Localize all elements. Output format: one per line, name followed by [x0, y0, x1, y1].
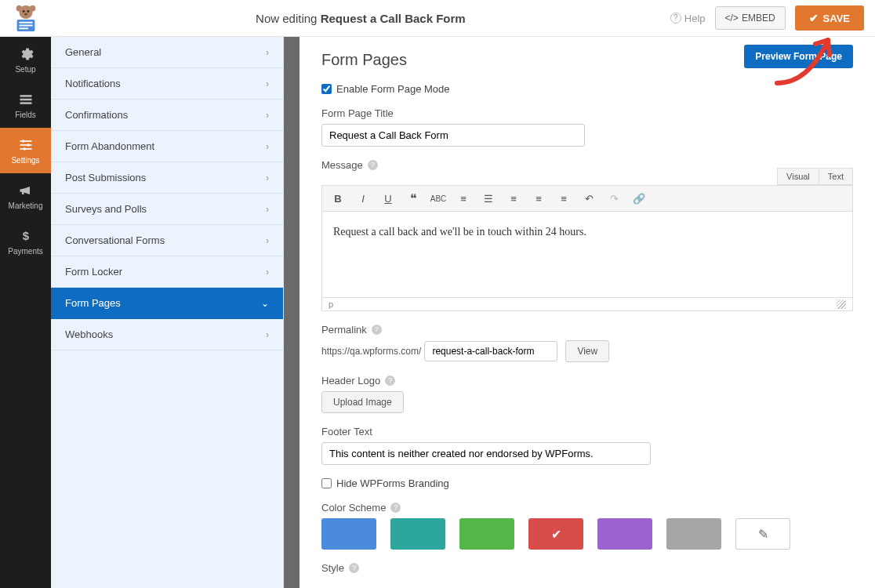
svg-point-3 [22, 10, 24, 13]
nav-marketing[interactable]: Marketing [0, 173, 51, 219]
list-icon [18, 92, 34, 107]
settings-panel: General›Notifications›Confirmations›Form… [51, 37, 284, 588]
wpforms-logo [0, 0, 51, 37]
svg-rect-15 [20, 144, 31, 146]
footer-text-label: Footer Text [321, 426, 853, 437]
upload-image-button[interactable]: Upload Image [321, 391, 404, 413]
bold-icon[interactable]: B [330, 191, 346, 206]
topbar: Now editing Request a Call Back Form ? H… [0, 0, 875, 37]
align-left-icon[interactable]: ≡ [506, 191, 521, 206]
color-swatch[interactable] [321, 518, 376, 550]
editor-tab-visual[interactable]: Visual [777, 168, 819, 185]
editor-tab-text[interactable]: Text [819, 168, 853, 185]
settings-item-form-abandonment[interactable]: Form Abandonment› [51, 131, 283, 162]
undo-icon[interactable]: ↶ [581, 191, 597, 206]
chevron-right-icon: › [266, 47, 269, 58]
chevron-down-icon: ⌄ [261, 298, 269, 309]
header-logo-label: Header Logo? [321, 375, 853, 387]
code-icon: </> [725, 13, 739, 24]
info-icon: ? [372, 325, 382, 335]
message-editor[interactable]: Request a call back and we'll be in touc… [321, 212, 853, 298]
svg-rect-12 [20, 102, 31, 104]
color-picker-button[interactable]: ✎ [735, 518, 790, 550]
permalink-base: https://qa.wpforms.com/ [321, 346, 421, 357]
blockquote-icon[interactable]: ❝ [405, 191, 421, 206]
color-scheme-label: Color Scheme? [321, 502, 853, 514]
help-link[interactable]: ? Help [670, 13, 706, 24]
nav-fields[interactable]: Fields [0, 82, 51, 128]
nav-payments[interactable]: $ Payments [0, 219, 51, 264]
svg-rect-9 [19, 27, 27, 29]
svg-point-4 [27, 10, 29, 13]
link-icon[interactable]: 🔗 [631, 191, 647, 206]
svg-rect-13 [20, 140, 31, 142]
settings-item-form-pages[interactable]: Form Pages⌄ [51, 288, 283, 319]
chevron-right-icon: › [266, 110, 269, 121]
color-swatch[interactable]: ✔ [528, 518, 583, 550]
chevron-right-icon: › [266, 329, 269, 340]
svg-text:$: $ [22, 229, 29, 242]
numbered-list-icon[interactable]: ☰ [481, 191, 496, 206]
permalink-slug-input[interactable] [424, 341, 557, 361]
svg-point-14 [22, 140, 24, 142]
color-swatch[interactable] [390, 518, 445, 550]
align-center-icon[interactable]: ≡ [531, 191, 546, 206]
help-icon: ? [670, 13, 681, 24]
settings-item-general[interactable]: General› [51, 37, 283, 68]
gear-icon [18, 46, 34, 62]
svg-point-16 [27, 143, 29, 146]
preview-form-page-button[interactable]: Preview Form Page [744, 45, 853, 68]
settings-item-webhooks[interactable]: Webhooks› [51, 319, 283, 350]
embed-button[interactable]: </> EMBED [715, 6, 786, 30]
svg-rect-11 [20, 98, 31, 100]
redo-icon[interactable]: ↷ [606, 191, 622, 206]
settings-item-conversational-forms[interactable]: Conversational Forms› [51, 225, 283, 256]
nav-settings[interactable]: Settings [0, 128, 51, 173]
settings-item-form-locker[interactable]: Form Locker› [51, 256, 283, 288]
sliders-icon [18, 137, 34, 153]
editor-toolbar: B I U ❝ ABC ≡ ☰ ≡ ≡ ≡ ↶ ↷ 🔗 [321, 185, 853, 212]
chevron-right-icon: › [266, 204, 269, 215]
color-swatch[interactable] [666, 518, 721, 550]
settings-item-surveys-and-polls[interactable]: Surveys and Polls› [51, 194, 283, 225]
color-swatch[interactable] [459, 518, 514, 550]
underline-icon[interactable]: U [380, 191, 396, 206]
italic-icon[interactable]: I [355, 191, 371, 206]
check-icon: ✔ [809, 12, 819, 24]
gutter [284, 37, 300, 588]
svg-point-1 [16, 5, 22, 12]
sidenav: Setup Fields Settings Marketing $ Paymen… [0, 37, 51, 588]
align-right-icon[interactable]: ≡ [556, 191, 572, 206]
editor-status: p [321, 298, 853, 311]
color-swatch[interactable] [597, 518, 652, 550]
hide-branding-checkbox[interactable] [321, 478, 332, 488]
message-label: Message? [321, 159, 853, 171]
svg-rect-7 [19, 22, 32, 24]
info-icon: ? [368, 160, 378, 170]
chevron-right-icon: › [266, 235, 269, 246]
settings-item-notifications[interactable]: Notifications› [51, 68, 283, 100]
settings-item-confirmations[interactable]: Confirmations› [51, 100, 283, 131]
footer-text-input[interactable] [321, 442, 651, 465]
chevron-right-icon: › [266, 78, 269, 89]
hide-branding-label: Hide WPForms Branding [336, 477, 449, 489]
enable-form-page-label: Enable Form Page Mode [336, 83, 450, 95]
style-label: Style? [321, 562, 853, 574]
view-button[interactable]: View [565, 340, 609, 362]
svg-point-18 [23, 147, 25, 150]
nav-setup[interactable]: Setup [0, 37, 51, 82]
chevron-right-icon: › [266, 172, 269, 183]
enable-form-page-checkbox[interactable] [321, 84, 332, 94]
strikethrough-icon[interactable]: ABC [430, 191, 446, 206]
bullet-list-icon[interactable]: ≡ [456, 191, 471, 206]
chevron-right-icon: › [266, 141, 269, 152]
svg-point-5 [24, 13, 27, 16]
save-button[interactable]: ✔ SAVE [795, 5, 864, 31]
settings-item-post-submissions[interactable]: Post Submissions› [51, 162, 283, 194]
resize-handle-icon[interactable] [837, 299, 846, 309]
form-page-title-input[interactable] [321, 124, 585, 147]
permalink-label: Permalink? [321, 324, 853, 336]
info-icon: ? [385, 376, 395, 386]
svg-point-2 [29, 5, 35, 12]
info-icon: ? [349, 563, 359, 573]
